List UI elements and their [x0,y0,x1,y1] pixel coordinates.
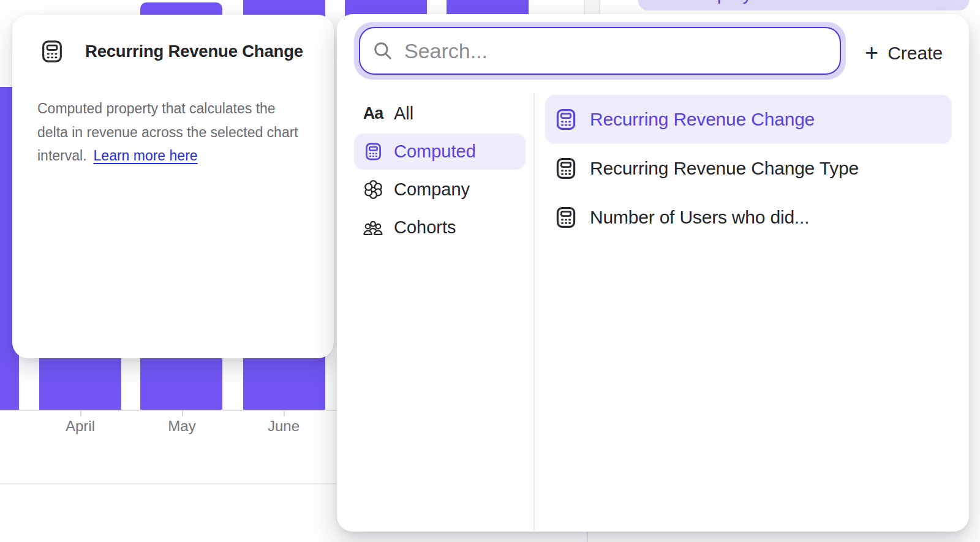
calculator-icon [363,141,383,162]
search-focus-halo [354,22,846,80]
result-recurring-revenue-change-type[interactable]: Recurring Revenue Change Type [545,144,952,193]
search-results-list: Recurring Revenue Change Recurring Reven… [545,95,952,242]
result-number-of-users-who-did[interactable]: Number of Users who did... [545,193,952,242]
group-by-pill[interactable]: Group by [638,0,969,10]
tooltip-desc-line3: interval. [37,148,87,164]
calculator-icon [554,206,578,229]
search-input[interactable] [404,39,827,63]
search-icon [372,40,393,61]
category-cohorts[interactable]: Cohorts [354,209,526,246]
category-all[interactable]: Aa All [354,96,526,132]
calculator-icon [554,157,578,180]
create-button-label: Create [888,43,943,64]
result-label: Recurring Revenue Change [590,109,815,130]
create-button[interactable]: + Create [859,35,949,72]
letter-case-icon: Aa [363,104,383,124]
x-axis-tick [182,411,183,416]
property-tooltip-card: Recurring Revenue Change Computed proper… [12,15,334,358]
calculator-icon [40,39,64,64]
tooltip-description: Computed property that calculates the de… [37,97,310,168]
result-recurring-revenue-change[interactable]: Recurring Revenue Change [545,95,952,144]
calculator-icon [554,108,578,131]
category-cohorts-label: Cohorts [394,217,456,238]
x-axis-label: June [268,418,300,435]
category-company[interactable]: Company [354,171,526,208]
company-flower-icon [363,179,383,200]
search-box[interactable] [359,27,841,75]
result-label: Recurring Revenue Change Type [590,158,859,179]
learn-more-link[interactable]: Learn more here [94,148,198,164]
screen: AprilMayJune Group by Recurring Revenue … [0,0,980,542]
picker-divider [533,94,535,531]
x-axis-label: May [168,418,195,435]
category-company-label: Company [394,179,470,200]
group-by-pill-label: Group by [676,0,752,7]
tooltip-title: Recurring Revenue Change [85,42,303,61]
category-filter-list: Aa All Computed [354,96,526,247]
x-axis-tick [80,411,81,416]
plus-icon: + [865,41,878,64]
x-axis-tick [284,411,285,416]
result-label: Number of Users who did... [590,207,809,228]
property-picker-panel: + Create Aa All [337,14,969,532]
x-axis-label: April [66,418,95,435]
tooltip-desc-line2: delta in revenue across the selected cha… [37,124,298,140]
tooltip-desc-line1: Computed property that calculates the [37,100,276,116]
cohorts-people-icon [363,217,383,238]
category-computed-label: Computed [394,141,476,162]
category-all-label: All [394,104,413,124]
category-computed[interactable]: Computed [354,134,526,170]
